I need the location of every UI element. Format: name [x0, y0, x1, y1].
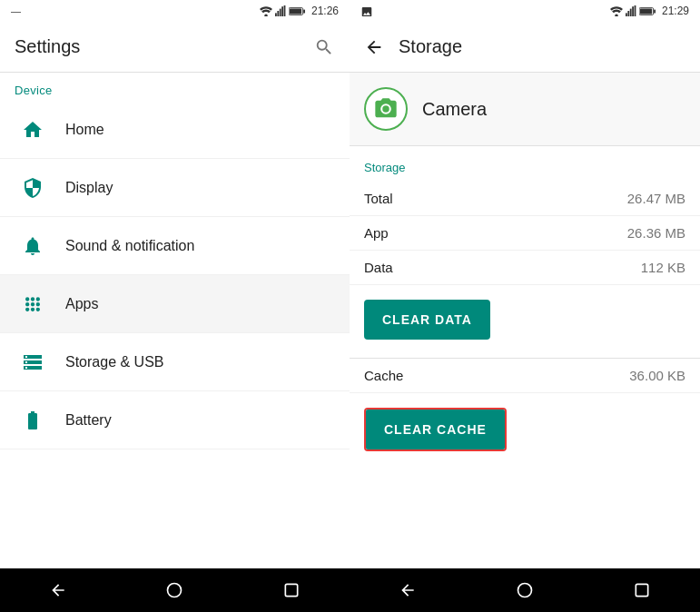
svg-point-9 [168, 584, 182, 597]
data-row: Data 112 KB [350, 251, 700, 285]
battery-icon [289, 6, 305, 16]
sound-label: Sound & notification [65, 238, 194, 254]
svg-rect-3 [280, 9, 281, 16]
back-nav-icon [49, 581, 67, 599]
settings-item-battery[interactable]: Battery [0, 391, 350, 449]
app-header: Camera [350, 73, 700, 146]
settings-list: Device Home Display Sound & notification [0, 73, 350, 568]
clear-data-button[interactable]: CLEAR DATA [364, 300, 490, 340]
storage-icon [15, 344, 51, 380]
svg-rect-5 [284, 5, 286, 16]
clear-cache-button[interactable]: CLEAR CACHE [366, 410, 505, 449]
settings-panel: — 21:26 [0, 0, 350, 612]
home-label: Home [65, 122, 104, 138]
signal-icon [275, 5, 286, 16]
status-bar-left: — 21:26 [0, 0, 350, 22]
wifi-icon [260, 6, 272, 16]
back-button[interactable] [364, 37, 384, 57]
svg-rect-7 [303, 9, 305, 13]
storage-top-bar: Storage [350, 22, 700, 73]
camera-icon [373, 96, 399, 122]
svg-rect-13 [627, 11, 629, 16]
storage-panel: 21:29 Storage Camera Storage Total 26.47… [350, 0, 700, 612]
search-button[interactable] [313, 36, 335, 58]
settings-top-bar: Settings [0, 22, 350, 73]
battery-settings-icon [15, 402, 51, 439]
back-arrow-icon [364, 37, 384, 57]
app-size-value: 26.36 MB [627, 225, 685, 241]
svg-rect-16 [635, 5, 636, 16]
svg-rect-12 [626, 13, 627, 16]
home-icon [15, 112, 51, 148]
cache-section: Cache 36.00 KB CLEAR CACHE [350, 358, 700, 466]
time-left: 21:26 [311, 5, 339, 17]
svg-rect-14 [630, 9, 632, 16]
recents-nav-button[interactable] [273, 572, 310, 608]
app-size-label: App [364, 225, 389, 241]
total-label: Total [364, 191, 393, 206]
device-section-label: Device [0, 73, 350, 101]
settings-item-apps[interactable]: Apps [0, 275, 350, 333]
home-nav-icon [165, 581, 183, 599]
data-value: 112 KB [641, 260, 685, 275]
back-nav-button[interactable] [40, 572, 76, 608]
status-icons-right: 21:29 [610, 5, 689, 17]
svg-point-0 [264, 14, 268, 16]
signal-icon-right [626, 5, 636, 16]
time-right: 21:29 [662, 5, 689, 17]
display-label: Display [65, 180, 113, 196]
svg-rect-4 [281, 6, 283, 16]
status-bar-right: 21:29 [350, 0, 700, 22]
home-nav-button-right[interactable] [507, 572, 543, 608]
battery-label: Battery [65, 412, 112, 429]
storage-title: Storage [399, 36, 462, 57]
battery-icon-right [639, 6, 656, 16]
svg-rect-8 [290, 8, 301, 14]
svg-point-11 [615, 14, 618, 16]
total-value: 26.47 MB [627, 191, 685, 206]
svg-rect-21 [636, 584, 647, 596]
svg-rect-10 [285, 584, 297, 596]
search-icon [314, 37, 334, 57]
storage-content: Storage Total 26.47 MB App 26.36 MB Data… [350, 146, 700, 568]
wifi-icon-right [610, 6, 623, 16]
app-row: App 26.36 MB [350, 216, 700, 251]
cache-label: Cache [364, 368, 403, 383]
svg-rect-19 [640, 8, 652, 14]
image-status-icon [360, 5, 373, 16]
recents-nav-icon [282, 581, 301, 599]
storage-label: Storage & USB [65, 354, 164, 370]
back-nav-icon-right [399, 581, 417, 599]
cache-row: Cache 36.00 KB [350, 359, 700, 393]
settings-item-sound[interactable]: Sound & notification [0, 217, 350, 275]
settings-item-storage[interactable]: Storage & USB [0, 333, 350, 391]
status-icons-left: 21:26 [260, 5, 339, 17]
svg-rect-1 [275, 13, 277, 16]
svg-point-20 [518, 584, 531, 597]
app-name: Camera [422, 99, 487, 120]
recents-nav-button-right[interactable] [624, 572, 660, 608]
nav-bar-left [0, 568, 350, 612]
display-icon [15, 170, 51, 206]
settings-item-display[interactable]: Display [0, 159, 350, 217]
app-icon [364, 87, 408, 131]
svg-rect-2 [277, 11, 279, 16]
home-nav-icon-right [516, 581, 534, 599]
home-nav-button[interactable] [156, 572, 192, 608]
apps-icon [15, 286, 51, 322]
clear-data-wrap: CLEAR DATA [350, 285, 700, 354]
svg-rect-18 [654, 9, 656, 13]
storage-section-label: Storage [350, 146, 700, 182]
settings-title: Settings [15, 36, 80, 57]
back-nav-button-right[interactable] [389, 572, 426, 608]
sound-icon [15, 228, 51, 264]
cache-value: 36.00 KB [629, 368, 685, 383]
clear-cache-wrap: CLEAR CACHE [350, 393, 700, 466]
recents-nav-icon-right [633, 581, 651, 599]
nav-bar-right [350, 568, 700, 612]
svg-rect-15 [632, 6, 634, 16]
total-row: Total 26.47 MB [350, 182, 700, 216]
data-label: Data [364, 260, 393, 275]
do-not-disturb-icon: — [11, 5, 21, 16]
settings-item-home[interactable]: Home [0, 101, 350, 159]
